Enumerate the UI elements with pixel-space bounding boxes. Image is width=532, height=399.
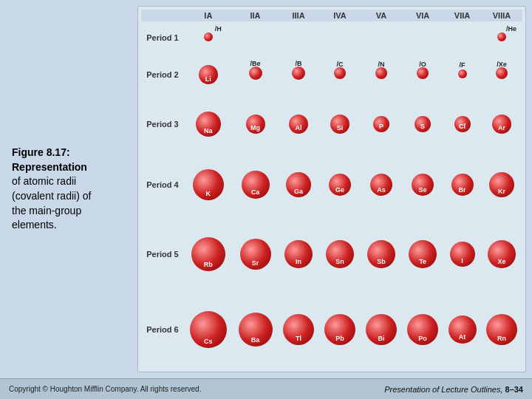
- atom-Ne: /Xe: [481, 53, 522, 97]
- atom-Kr: Kr: [481, 151, 522, 218]
- atom-Rb: Rb: [184, 218, 233, 290]
- cell-empty: [402, 21, 443, 53]
- atom-Mg: Mg: [233, 97, 278, 151]
- atom-Ge: Ge: [319, 151, 361, 218]
- table-row: Period 4 K Ca: [141, 151, 522, 218]
- period-3-label: Period 3: [141, 97, 184, 151]
- col-header-empty: [141, 10, 184, 21]
- atom-I: I: [443, 218, 481, 290]
- atom-Cl: Cl: [443, 97, 481, 151]
- atom-O: /O: [402, 53, 443, 97]
- period-6-label: Period 6: [141, 290, 184, 369]
- col-header-va: VA: [361, 10, 402, 21]
- cell-empty: [361, 21, 402, 53]
- atom-Bi: Bi: [361, 290, 402, 369]
- col-header-viiia: VIIIA: [481, 10, 522, 21]
- atom-Ba: Ba: [233, 290, 278, 369]
- atom-Po: Po: [402, 290, 443, 369]
- col-header-iia: IIA: [233, 10, 278, 21]
- figure-title: Figure 8.17: Representation: [12, 146, 87, 173]
- atom-As: As: [361, 151, 402, 218]
- figure-caption: Figure 8.17: Representation of atomic ra…: [12, 146, 91, 233]
- col-header-iiia: IIIA: [278, 10, 319, 21]
- col-header-via: VIA: [402, 10, 443, 21]
- atom-Tl: Tl: [278, 290, 319, 369]
- atom-P: P: [361, 97, 402, 151]
- atom-He: /He: [481, 21, 522, 53]
- col-header-ia: IA: [184, 10, 233, 21]
- atom-Pb: Pb: [319, 290, 361, 369]
- atom-Al: Al: [278, 97, 319, 151]
- left-panel: Figure 8.17: Representation of atomic ra…: [6, 6, 132, 372]
- cell-empty: [233, 21, 278, 53]
- atom-F: /F: [443, 53, 481, 97]
- col-header-viia: VIIA: [443, 10, 481, 21]
- period-table: IA IIA IIIA IVA VA VIA VIIA VIIIA Period…: [141, 10, 522, 369]
- table-row: Period 3 Na Mg: [141, 97, 522, 151]
- copyright-text: Copyright © Houghton Mifflin Company. Al…: [9, 385, 201, 393]
- atom-Sb: Sb: [361, 218, 402, 290]
- atom-Sr: Sr: [233, 218, 278, 290]
- table-panel: IA IIA IIIA IVA VA VIA VIIA VIIIA Period…: [137, 6, 526, 372]
- atom-Cs: Cs: [184, 290, 233, 369]
- period-1-label: Period 1: [141, 21, 184, 53]
- table-row: Period 2 Li: [141, 53, 522, 97]
- atom-Rn: Rn: [481, 290, 522, 369]
- atom-Li: Li: [184, 53, 233, 97]
- atom-Be: /Be: [233, 53, 278, 97]
- header-row: IA IIA IIIA IVA VA VIA VIIA VIIIA: [141, 10, 522, 21]
- period-4-label: Period 4: [141, 151, 184, 218]
- col-header-iva: IVA: [319, 10, 361, 21]
- cell-empty: [443, 21, 481, 53]
- atom-Sn: Sn: [319, 218, 361, 290]
- atom-Ca: Ca: [233, 151, 278, 218]
- page-container: Figure 8.17: Representation of atomic ra…: [0, 0, 532, 399]
- atom-Xe: Xe: [481, 218, 522, 290]
- atom-Br: Br: [443, 151, 481, 218]
- presentation-text: Presentation of Lecture Outlines, 8–34: [384, 385, 523, 394]
- atom-H: /H: [184, 21, 233, 53]
- period-2-label: Period 2: [141, 53, 184, 97]
- atom-Se: Se: [402, 151, 443, 218]
- atom-C: /C: [319, 53, 361, 97]
- cell-empty: [319, 21, 361, 53]
- atom-Na: Na: [184, 97, 233, 151]
- atom-Si: Si: [319, 97, 361, 151]
- footer: Copyright © Houghton Mifflin Company. Al…: [0, 378, 532, 399]
- period-5-label: Period 5: [141, 218, 184, 290]
- atom-Ga: Ga: [278, 151, 319, 218]
- atom-K: K: [184, 151, 233, 218]
- atom-B: /B: [278, 53, 319, 97]
- atom-S: S: [402, 97, 443, 151]
- atom-N: /N: [361, 53, 402, 97]
- atom-Ar: Ar: [481, 97, 522, 151]
- table-row: Period 5 Rb Sr: [141, 218, 522, 290]
- table-row: Period 6 Cs Ba: [141, 290, 522, 369]
- atom-Te: Te: [402, 218, 443, 290]
- main-content: Figure 8.17: Representation of atomic ra…: [0, 0, 532, 378]
- cell-empty: [278, 21, 319, 53]
- atom-At: At: [443, 290, 481, 369]
- table-row: Period 1 /H: [141, 21, 522, 53]
- atom-In: In: [278, 218, 319, 290]
